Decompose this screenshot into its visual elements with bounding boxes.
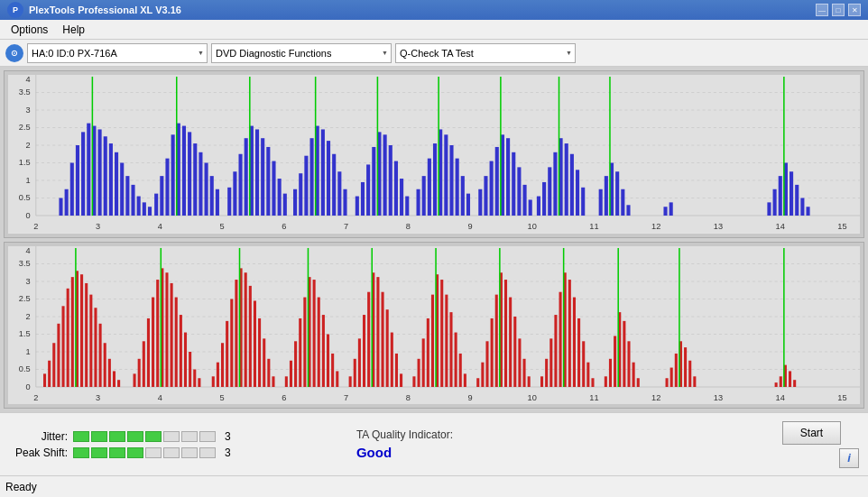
svg-rect-212 xyxy=(189,352,191,387)
close-button[interactable]: ✕ xyxy=(848,4,861,16)
svg-rect-231 xyxy=(290,360,292,386)
drive-select-wrapper[interactable]: HA:0 ID:0 PX-716A xyxy=(27,43,208,63)
test-select[interactable]: Q-Check TA Test xyxy=(395,43,576,63)
svg-rect-72 xyxy=(266,147,270,216)
drive-select[interactable]: HA:0 ID:0 PX-716A xyxy=(27,43,208,63)
svg-rect-286 xyxy=(559,291,562,386)
svg-text:3.5: 3.5 xyxy=(19,88,31,97)
peak-seg-5 xyxy=(145,447,162,458)
svg-rect-121 xyxy=(542,182,546,216)
svg-rect-48 xyxy=(137,197,141,216)
peak-shift-value: 3 xyxy=(225,446,231,459)
ta-quality-section: TA Quality Indicator: Good xyxy=(329,428,480,460)
svg-text:8: 8 xyxy=(406,392,411,401)
jitter-row: Jitter: 3 xyxy=(9,430,311,443)
svg-text:2: 2 xyxy=(33,222,38,231)
chart-top: 0 0.5 1 1.5 2 2.5 3 3.5 4 2 3 4 5 6 7 8 … xyxy=(4,70,864,238)
svg-rect-184 xyxy=(57,323,60,386)
svg-rect-269 xyxy=(476,378,479,387)
svg-rect-84 xyxy=(332,154,336,216)
svg-rect-76 xyxy=(293,189,297,216)
svg-rect-254 xyxy=(395,353,398,386)
menubar: Options Help xyxy=(0,20,868,40)
svg-rect-195 xyxy=(104,343,106,387)
svg-rect-217 xyxy=(221,343,224,387)
svg-text:9: 9 xyxy=(467,222,472,231)
jitter-seg-7 xyxy=(181,431,198,442)
svg-rect-111 xyxy=(490,161,494,216)
svg-rect-233 xyxy=(299,318,301,386)
svg-rect-37 xyxy=(81,132,85,216)
svg-rect-78 xyxy=(304,156,308,216)
svg-rect-74 xyxy=(278,179,282,216)
svg-rect-199 xyxy=(134,373,136,387)
svg-rect-258 xyxy=(422,338,425,387)
svg-text:15: 15 xyxy=(837,392,846,401)
svg-text:6: 6 xyxy=(282,392,286,401)
svg-rect-43 xyxy=(109,143,113,216)
maximize-button[interactable]: □ xyxy=(832,4,845,16)
function-select-wrapper[interactable]: DVD Diagnostic Functions xyxy=(211,43,392,63)
minimize-button[interactable]: — xyxy=(816,4,828,16)
svg-text:4: 4 xyxy=(158,222,162,231)
svg-rect-223 xyxy=(245,272,247,387)
svg-rect-209 xyxy=(175,297,178,386)
function-select[interactable]: DVD Diagnostic Functions xyxy=(211,43,392,63)
svg-text:5: 5 xyxy=(219,392,224,401)
svg-rect-257 xyxy=(418,358,420,386)
svg-rect-183 xyxy=(52,343,55,387)
svg-text:3: 3 xyxy=(96,392,100,401)
svg-rect-105 xyxy=(449,145,453,216)
svg-rect-201 xyxy=(143,341,145,387)
svg-rect-54 xyxy=(171,134,175,216)
svg-rect-137 xyxy=(663,207,667,216)
svg-rect-280 xyxy=(523,358,526,386)
svg-text:2: 2 xyxy=(33,392,38,401)
svg-text:9: 9 xyxy=(467,392,472,401)
svg-text:10: 10 xyxy=(528,222,537,231)
peak-shift-row: Peak Shift: 3 xyxy=(9,446,311,459)
svg-rect-70 xyxy=(255,129,259,216)
svg-rect-65 xyxy=(233,171,236,216)
test-select-wrapper[interactable]: Q-Check TA Test xyxy=(395,43,576,63)
ta-quality-value: Good xyxy=(356,445,392,460)
svg-rect-146 xyxy=(800,198,804,216)
peak-seg-4 xyxy=(127,447,143,458)
chart-bottom: 0 0.5 1 1.5 2 2.5 3 3.5 4 2 3 4 5 6 7 8 … xyxy=(4,242,864,410)
ta-quality-label: TA Quality Indicator: xyxy=(356,428,453,441)
svg-rect-200 xyxy=(138,358,141,386)
svg-rect-241 xyxy=(331,353,334,386)
svg-rect-191 xyxy=(85,282,88,386)
svg-rect-140 xyxy=(773,189,777,216)
svg-rect-294 xyxy=(591,378,594,387)
svg-rect-279 xyxy=(518,338,521,387)
svg-rect-197 xyxy=(113,371,115,387)
svg-rect-204 xyxy=(156,280,159,387)
svg-rect-310 xyxy=(688,360,691,386)
svg-rect-251 xyxy=(382,291,384,386)
svg-text:12: 12 xyxy=(651,222,660,231)
svg-rect-147 xyxy=(806,207,809,216)
svg-rect-87 xyxy=(356,197,359,216)
svg-rect-196 xyxy=(108,358,111,386)
svg-text:13: 13 xyxy=(714,392,723,401)
svg-rect-101 xyxy=(433,143,437,216)
info-button[interactable]: i xyxy=(839,448,859,468)
svg-text:1.5: 1.5 xyxy=(19,159,31,168)
svg-rect-100 xyxy=(428,159,431,216)
start-button[interactable]: Start xyxy=(782,421,841,445)
svg-rect-82 xyxy=(321,129,325,216)
svg-rect-131 xyxy=(605,176,608,216)
menu-options[interactable]: Options xyxy=(4,22,55,38)
svg-rect-83 xyxy=(327,141,330,216)
svg-rect-75 xyxy=(283,194,287,216)
menu-help[interactable]: Help xyxy=(55,22,92,38)
svg-rect-245 xyxy=(358,338,361,387)
svg-rect-108 xyxy=(466,194,470,216)
svg-rect-312 xyxy=(775,382,778,387)
titlebar-controls[interactable]: — □ ✕ xyxy=(816,4,861,16)
svg-text:11: 11 xyxy=(589,392,598,401)
svg-text:3: 3 xyxy=(96,222,100,231)
svg-text:6: 6 xyxy=(282,222,286,231)
svg-rect-289 xyxy=(568,280,571,387)
